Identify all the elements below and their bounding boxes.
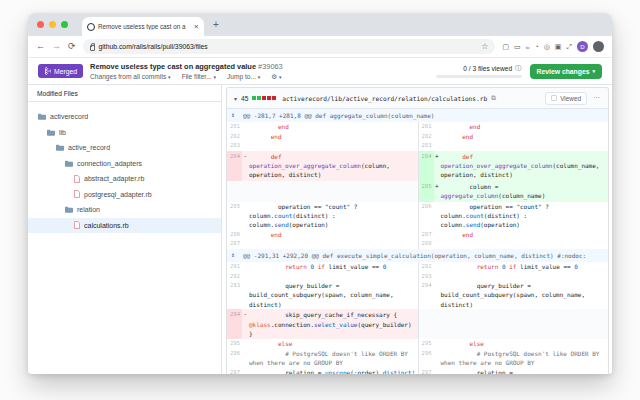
extension-a-icon[interactable]: ◎ [544,43,550,50]
file-changes-count: 45 [241,95,248,102]
extension-dark-square-icon[interactable]: ▣ [555,43,562,50]
diff-table: ⇕@@ -281,7 +281,8 @@ def aggregate_colum… [227,109,608,374]
collapse-file-chevron-icon[interactable]: ▾ [234,95,237,102]
viewed-checkbox[interactable] [551,95,557,101]
forward-button[interactable]: → [52,42,61,51]
menu-jump-to[interactable]: Jump to... ▾ [227,73,260,80]
zoom-window-button[interactable] [61,21,68,28]
line-number[interactable]: 293 [227,281,242,309]
tree-item-label: calculations.rb [84,222,129,229]
back-button[interactable]: ← [36,42,45,51]
line-number[interactable]: 282 [419,132,434,141]
tab-close-icon[interactable]: ✕ [194,23,199,31]
expand-hunk-icon[interactable]: ⇕ [231,111,243,120]
hunk-header-row: ⇕@@ -281,7 +281,8 @@ def aggregate_colum… [227,109,608,122]
profile-avatar-gray[interactable] [593,41,604,52]
merged-label: Merged [54,68,77,75]
line-number[interactable]: 293 [419,272,434,281]
line-number[interactable]: 296 [419,349,434,368]
code-line: relation = unscope(:order).distinct!(fal… [434,368,609,374]
minimize-window-button[interactable] [49,21,56,28]
code-line [434,141,609,150]
diffstat-deleted-square [267,96,271,100]
sidebar-item-lib[interactable]: lib [28,125,221,141]
menu-file-filter[interactable]: File filter... ▾ [182,73,216,80]
main-content: Modified Files activerecordlibactive_rec… [28,85,612,374]
folder-icon [47,129,55,136]
line-number[interactable]: 281 [419,122,434,131]
menu-changes-from-commits[interactable]: Changes from all commits ▾ [90,73,171,80]
sidebar-item-abstract-adapter-rb[interactable]: abstract_adapter.rb [28,171,221,187]
expand-hunk-icon[interactable]: ⇕ [231,251,243,260]
merged-badge: Merged [38,64,83,78]
reload-button[interactable]: ⟳ [68,42,76,51]
line-number[interactable]: 282 [227,132,242,141]
new-tab-button[interactable]: + [213,19,219,30]
line-number[interactable]: 291 [227,262,242,271]
close-window-button[interactable] [37,21,44,28]
line-number[interactable]: 288 [419,239,434,248]
extension-chat-icon[interactable]: ▭ [514,43,521,50]
code-line [434,272,609,281]
sidebar-item-calculations-rb[interactable]: calculations.rb [28,218,221,234]
line-number[interactable]: 292 [227,272,242,281]
diffstat-deleted-square [262,96,266,100]
extension-io-icon[interactable]: ᵢₒ [526,43,530,50]
diff-area: ▾ 45 activerecord/lib/active_record/rela… [222,85,612,374]
line-number[interactable]: 281 [227,122,242,131]
line-number[interactable]: 286 [419,202,434,230]
line-number[interactable]: 283 [419,141,434,150]
diff-settings-gear-icon[interactable]: ⚙ ▾ [271,73,281,81]
tab-strip: Remove useless type cast on a ✕ + [28,13,612,36]
line-number[interactable]: 284 [419,151,434,181]
line-number[interactable]: 285 [227,202,242,230]
line-number[interactable]: 297 [419,368,434,374]
github-logo-icon [87,23,95,31]
pr-title: Remove useless type cast on aggregated v… [90,62,283,71]
bookmark-star-icon[interactable]: ☆ [481,42,488,51]
line-number[interactable]: 285 [419,181,434,202]
browser-tab[interactable]: Remove useless type cast on a ✕ [82,17,204,36]
line-number[interactable]: 296 [227,349,242,368]
diff-row: 281 end281 end [227,122,608,131]
sidebar-item-postgresql-adapter-rb[interactable]: postgresql_adapter.rb [28,187,221,203]
line-number[interactable]: 287 [227,239,242,248]
file-path-link[interactable]: activerecord/lib/active_record/relation/… [282,95,487,102]
line-number[interactable]: 283 [227,141,242,150]
diff-row: 292293 [227,272,608,281]
address-field[interactable]: github.com/rails/rails/pull/39063/files … [83,39,496,54]
code-line: - def operation_over_aggregate_column(co… [242,151,418,181]
line-number[interactable]: 284 [227,151,242,181]
line-number[interactable]: 294 [227,309,242,339]
tree-item-label: lib [59,129,66,136]
line-number[interactable]: 292 [419,262,434,271]
extension-circle-icon[interactable]: ◔ [534,43,538,50]
line-number[interactable]: 297 [227,368,242,374]
line-number[interactable]: 295 [227,339,242,348]
sidebar-item-activerecord[interactable]: activerecord [28,109,221,125]
line-number[interactable]: 287 [419,230,434,239]
addition-sign: + [435,181,439,190]
browser-window: Remove useless type cast on a ✕ + ← → ⟳ … [28,13,612,374]
line-number[interactable]: 286 [227,230,242,239]
line-number[interactable]: 294 [419,281,434,309]
diff-row: 285 operation == "count" ? column.count(… [227,202,608,230]
extension-expand-icon[interactable]: ⤢ [566,43,572,50]
sidebar-item-active-record[interactable]: active_record [28,140,221,156]
extension-square-icon[interactable]: ▢ [502,43,509,50]
tree-item-label: postgresql_adapter.rb [84,191,152,198]
info-icon[interactable]: ⓘ [515,64,522,73]
diff-panel: ▾ 45 activerecord/lib/active_record/rela… [226,87,609,374]
diffstat-squares [252,96,276,100]
copy-path-icon[interactable]: ⧉ [491,94,496,102]
viewed-toggle[interactable]: Viewed [545,92,587,105]
line-number[interactable]: 295 [419,339,434,348]
sidebar-item-relation[interactable]: relation [28,202,221,218]
file-header: ▾ 45 activerecord/lib/active_record/rela… [227,88,608,109]
code-line: + def operation_over_aggregate_column(co… [434,151,609,181]
profile-avatar-purple[interactable]: D [577,41,588,52]
tree-item-label: connection_adapters [77,160,142,167]
sidebar-item-connection-adapters[interactable]: connection_adapters [28,156,221,172]
file-options-kebab-icon[interactable]: ⋯ [593,94,601,102]
review-changes-button[interactable]: Review changes▾ [530,64,602,79]
